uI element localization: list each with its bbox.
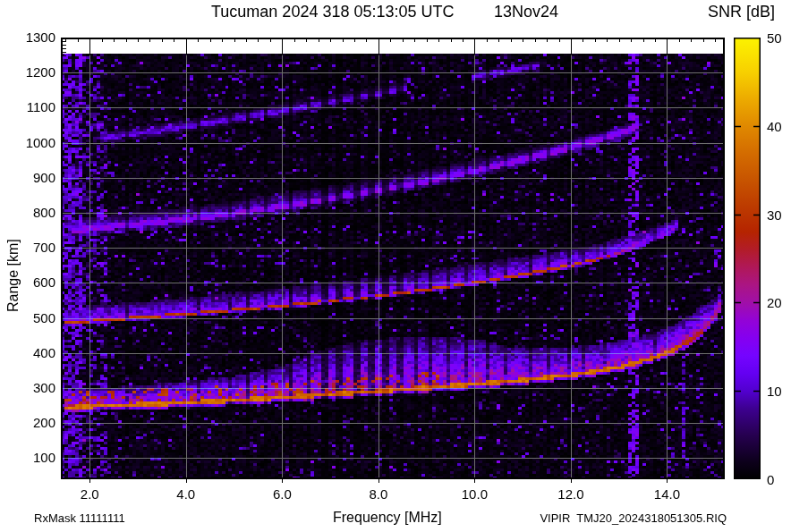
x-axis-title: Frequency [MHz] [333,510,442,526]
y-tick-label: 700 [9,240,55,255]
y-tick-label: 900 [9,170,55,185]
title-date: 13Nov24 [494,3,558,21]
colorbar-tick-label: 0 [767,472,774,487]
colorbar-tick-label: 20 [767,295,782,310]
page-title: Tucuman 2024 318 05:13:05 UTC [211,3,455,21]
y-tick-label: 1100 [9,99,55,114]
x-tick-label: 4.0 [159,486,213,502]
colorbar-tick-label: 30 [767,207,782,223]
y-tick-label: 1300 [9,30,55,45]
colorbar-title: SNR [dB] [708,3,775,21]
y-tick-label: 300 [9,380,55,395]
ionogram-canvas [0,0,791,532]
x-tick-label: 8.0 [352,486,405,502]
colorbar-tick-label: 40 [767,119,782,134]
y-tick-label: 1000 [9,135,55,150]
x-tick-label: 10.0 [447,486,501,502]
ionogram-figure: Tucuman 2024 318 05:13:05 UTC 13Nov24 SN… [0,0,791,532]
colorbar-tick-label: 10 [767,384,782,399]
y-tick-label: 500 [9,310,55,325]
x-tick-label: 6.0 [255,486,309,502]
y-tick-label: 200 [9,415,55,430]
instrument-file-annotation: VIPIR TMJ20_2024318051305.RIQ [528,511,727,525]
x-tick-label: 12.0 [544,486,598,502]
y-tick-label: 800 [9,205,55,220]
x-tick-label: 14.0 [640,486,693,502]
y-tick-label: 400 [9,345,55,360]
y-tick-label: 1200 [9,64,55,80]
y-tick-label: 600 [9,274,55,290]
y-tick-label: 100 [9,450,55,465]
rx-mask-annotation: RxMask 11111111 [34,511,125,525]
x-tick-label: 2.0 [63,486,116,502]
colorbar-tick-label: 50 [767,30,782,46]
